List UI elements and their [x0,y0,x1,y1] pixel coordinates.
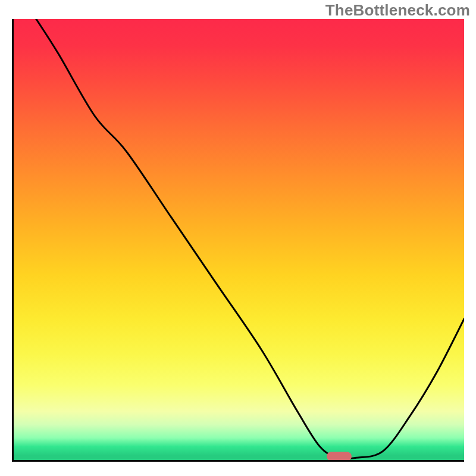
chart-container: TheBottleneck.com [0,0,476,476]
optimal-marker [327,452,352,461]
curve-svg [14,19,464,460]
bottleneck-curve-path [36,19,464,459]
watermark-text: TheBottleneck.com [325,1,470,20]
plot-area [12,19,464,462]
